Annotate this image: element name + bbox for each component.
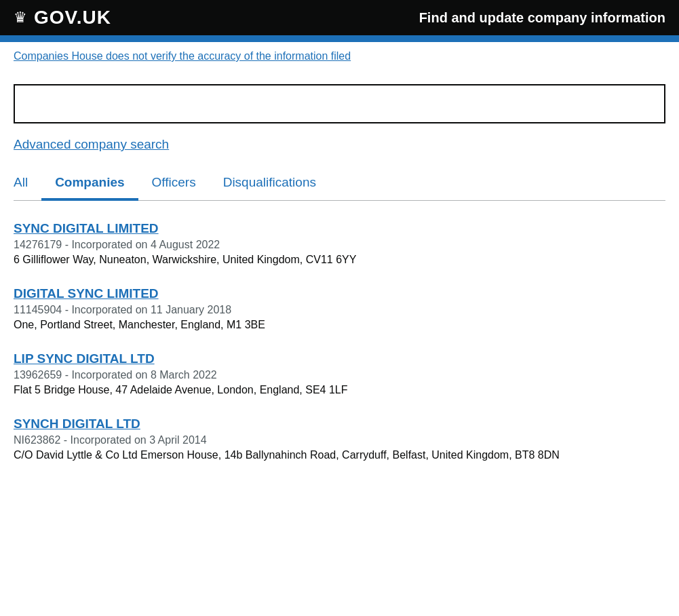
result-item: DIGITAL SYNC LIMITED 11145904 - Incorpor…: [14, 286, 665, 331]
header: ♛ GOV.UK Find and update company informa…: [0, 0, 679, 35]
results-list: SYNC DIGITAL LIMITED 14276179 - Incorpor…: [14, 221, 665, 461]
warning-link[interactable]: Companies House does not verify the accu…: [14, 50, 351, 62]
main-content: Advanced company search All Companies Of…: [0, 71, 679, 495]
result-name[interactable]: DIGITAL SYNC LIMITED: [14, 286, 159, 301]
result-address: Flat 5 Bridge House, 47 Adelaide Avenue,…: [14, 384, 665, 396]
result-name[interactable]: LIP SYNC DIGITAL LTD: [14, 351, 155, 366]
header-title: Find and update company information: [419, 10, 665, 26]
gov-uk-logo[interactable]: GOV.UK: [34, 7, 111, 28]
result-meta: 13962659 - Incorporated on 8 March 2022: [14, 369, 665, 381]
result-address: One, Portland Street, Manchester, Englan…: [14, 319, 665, 331]
result-item: SYNCH DIGITAL LTD NI623862 - Incorporate…: [14, 417, 665, 461]
header-logo: ♛ GOV.UK: [14, 7, 111, 28]
crown-icon: ♛: [14, 9, 27, 26]
result-meta: NI623862 - Incorporated on 3 April 2014: [14, 434, 665, 446]
warning-banner: Companies House does not verify the accu…: [0, 42, 679, 71]
result-address: 6 Gilliflower Way, Nuneaton, Warwickshir…: [14, 254, 665, 266]
search-tabs: All Companies Officers Disqualifications: [14, 168, 665, 201]
search-container[interactable]: [14, 84, 665, 123]
result-item: LIP SYNC DIGITAL LTD 13962659 - Incorpor…: [14, 351, 665, 396]
blue-accent-bar: [0, 35, 679, 42]
tab-companies[interactable]: Companies: [41, 168, 138, 201]
result-meta: 11145904 - Incorporated on 11 January 20…: [14, 304, 665, 316]
result-meta: 14276179 - Incorporated on 4 August 2022: [14, 239, 665, 251]
result-address: C/O David Lyttle & Co Ltd Emerson House,…: [14, 449, 665, 461]
tab-disqualifications[interactable]: Disqualifications: [210, 168, 330, 201]
result-name[interactable]: SYNC DIGITAL LIMITED: [14, 221, 159, 236]
tab-officers[interactable]: Officers: [138, 168, 210, 201]
tab-all[interactable]: All: [14, 168, 41, 201]
result-name[interactable]: SYNCH DIGITAL LTD: [14, 417, 140, 431]
result-item: SYNC DIGITAL LIMITED 14276179 - Incorpor…: [14, 221, 665, 266]
search-input[interactable]: [20, 91, 659, 117]
advanced-search-link-container: Advanced company search: [14, 137, 665, 152]
advanced-search-link[interactable]: Advanced company search: [14, 137, 169, 151]
